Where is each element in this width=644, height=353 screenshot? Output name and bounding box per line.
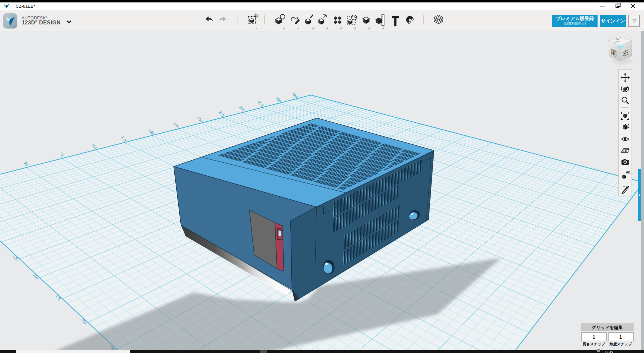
svg-text:1: 1 (593, 334, 595, 340)
svg-text:サインイン: サインイン (601, 18, 625, 23)
svg-text:?: ? (632, 17, 636, 24)
svg-text:角度スナップ: 角度スナップ (609, 342, 632, 346)
svg-text:長さスナップ: 長さスナップ (582, 342, 605, 346)
svg-text:グリッドを編集: グリッドを編集 (592, 325, 623, 330)
svg-text:0:43: 0:43 (605, 350, 613, 353)
svg-text:CZ-81EB*: CZ-81EB* (16, 4, 35, 9)
svg-text:プレミアム版登録: プレミアム版登録 (556, 16, 594, 21)
svg-text:(商業利用向け): (商業利用向け) (564, 22, 586, 25)
svg-text:1: 1 (619, 334, 622, 340)
svg-text:123D° DESIGN: 123D° DESIGN (22, 20, 60, 25)
